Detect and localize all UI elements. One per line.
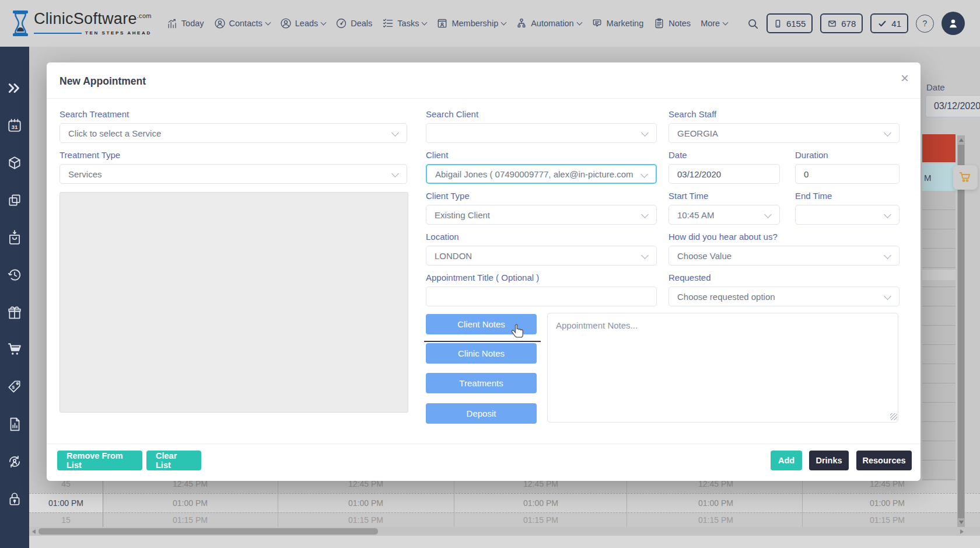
chevron-down-icon: [884, 292, 891, 300]
app-logo[interactable]: ClinicSoftware.com TEN STEPS AHEAD: [12, 10, 152, 37]
search-icon[interactable]: [747, 18, 759, 30]
appointment-notes-textarea[interactable]: [547, 313, 898, 423]
calendar-event-selected[interactable]: M: [922, 164, 957, 191]
scroll-left-arrow[interactable]: [32, 529, 36, 534]
slot-label[interactable]: 01:00 PM: [155, 494, 225, 512]
deals-gauge-icon: [335, 18, 347, 29]
sidebar-item-report[interactable]: [7, 417, 22, 432]
drinks-button[interactable]: Drinks: [809, 451, 849, 470]
clear-list-button[interactable]: Clear List: [146, 451, 201, 470]
sidebar-item-expand[interactable]: [7, 81, 22, 96]
scroll-right-arrow[interactable]: [960, 529, 964, 534]
sidebar-item-lock[interactable]: [7, 491, 22, 507]
horizontal-scrollbar[interactable]: [29, 527, 980, 536]
client-select[interactable]: Abigail Jones ( 07490009777, alex@in-pic…: [426, 164, 657, 184]
user-avatar[interactable]: [942, 12, 965, 35]
nav-tasks[interactable]: Tasks: [382, 18, 426, 29]
calls-counter[interactable]: 6155: [766, 13, 813, 33]
tasks-counter[interactable]: 41: [870, 13, 908, 33]
nav-more[interactable]: More: [701, 19, 727, 28]
date-input[interactable]: [668, 164, 780, 184]
slot-label[interactable]: 01:15 PM: [681, 513, 751, 527]
shopping-bag-icon: [7, 230, 22, 245]
scroll-up-arrow[interactable]: [959, 138, 964, 142]
slot-label[interactable]: 01:15 PM: [852, 513, 922, 527]
treatment-type-select[interactable]: Services: [60, 164, 407, 184]
cart-floating-button[interactable]: [953, 165, 978, 190]
end-time-select[interactable]: [795, 205, 900, 225]
gutter-label: 01:00 PM: [29, 494, 103, 512]
help-button[interactable]: ?: [916, 15, 934, 33]
chevron-down-icon: [265, 19, 271, 25]
chevron-down-icon: [884, 211, 891, 218]
calendar-column-strip: [922, 191, 956, 481]
horizontal-scroll-thumb[interactable]: [38, 528, 378, 535]
client-label: Client: [426, 150, 448, 160]
slot-label[interactable]: 01:00 PM: [331, 494, 401, 512]
search-treatment-select[interactable]: Click to select a Service: [60, 123, 407, 143]
slot-label[interactable]: 01:15 PM: [155, 513, 225, 527]
chevron-down-icon: [422, 19, 428, 25]
sidebar-item-cart[interactable]: [7, 342, 22, 357]
client-sync-icon: [7, 454, 22, 469]
nav-automation[interactable]: Automation: [516, 18, 581, 29]
bg-date-input[interactable]: [925, 95, 980, 117]
membership-card-icon: [436, 18, 448, 29]
duration-input[interactable]: [795, 164, 900, 184]
remove-from-list-button[interactable]: Remove From List: [57, 451, 142, 470]
chevron-down-icon: [764, 211, 772, 218]
hear-about-label: How did you hear about us?: [668, 232, 778, 242]
sidebar-item-package[interactable]: [7, 155, 22, 170]
requested-select[interactable]: Choose requested option: [668, 287, 900, 306]
calendar-grid-line: [802, 474, 803, 527]
sidebar-item-client-sync[interactable]: [7, 454, 22, 469]
nav-marketing[interactable]: Marketing: [592, 18, 644, 29]
slot-label[interactable]: 01:15 PM: [331, 513, 401, 527]
slot-label[interactable]: 01:00 PM: [681, 494, 751, 512]
vertical-scroll-thumb[interactable]: [958, 145, 964, 518]
add-button[interactable]: Add: [771, 451, 802, 470]
client-type-select[interactable]: Existing Client: [426, 205, 657, 225]
nav-contacts[interactable]: Contacts: [214, 18, 270, 29]
deposit-button[interactable]: Deposit: [426, 403, 537, 424]
nav-leads[interactable]: Leads: [280, 18, 326, 29]
vertical-scrollbar[interactable]: [957, 135, 965, 527]
sidebar-item-copy[interactable]: [7, 193, 22, 208]
calendar-event-red[interactable]: [922, 134, 956, 162]
scroll-down-arrow[interactable]: [959, 521, 964, 524]
close-icon[interactable]: ×: [896, 69, 914, 87]
slot-label[interactable]: 01:00 PM: [852, 494, 922, 512]
textarea-resize-grip[interactable]: [890, 413, 897, 420]
sidebar-item-history[interactable]: [7, 267, 22, 282]
appointment-title-input[interactable]: [426, 287, 657, 306]
sidebar-item-price-tag[interactable]: $: [7, 379, 22, 395]
sidebar-item-gift[interactable]: [7, 305, 22, 320]
chevron-down-icon: [576, 19, 582, 25]
clinic-notes-button[interactable]: Clinic Notes: [426, 343, 537, 364]
nav-membership[interactable]: Membership: [436, 18, 506, 29]
slot-label[interactable]: 01:15 PM: [506, 513, 576, 527]
resources-button[interactable]: Resources: [856, 451, 912, 470]
search-staff-select[interactable]: GEORGIA: [668, 123, 900, 143]
nav-today[interactable]: Today: [167, 18, 204, 29]
price-tag-icon: $: [7, 379, 22, 395]
hear-about-select[interactable]: Choose Value: [668, 246, 900, 266]
nav-notes[interactable]: Notes: [653, 18, 691, 29]
brand-name: ClinicSoftware: [34, 10, 137, 27]
location-select[interactable]: LONDON: [426, 246, 657, 266]
emails-counter[interactable]: 678: [820, 13, 863, 33]
slot-label[interactable]: 01:00 PM: [506, 494, 576, 512]
svg-text:$: $: [12, 385, 15, 390]
calendar-strip-light-band: [922, 270, 956, 280]
treatments-button[interactable]: Treatments: [426, 373, 537, 393]
person-icon: [947, 17, 960, 30]
nav-deals[interactable]: Deals: [335, 18, 372, 29]
package-icon: [7, 155, 22, 170]
logo-text: ClinicSoftware.com TEN STEPS AHEAD: [34, 11, 152, 36]
brand-tagline: TEN STEPS AHEAD: [85, 30, 152, 36]
phone-icon: [774, 19, 782, 29]
sidebar-item-calendar[interactable]: 31: [7, 118, 22, 133]
sidebar-item-shopping-bag[interactable]: [7, 230, 22, 245]
start-time-select[interactable]: 10:45 AM: [668, 205, 780, 225]
search-client-select[interactable]: [426, 123, 657, 143]
